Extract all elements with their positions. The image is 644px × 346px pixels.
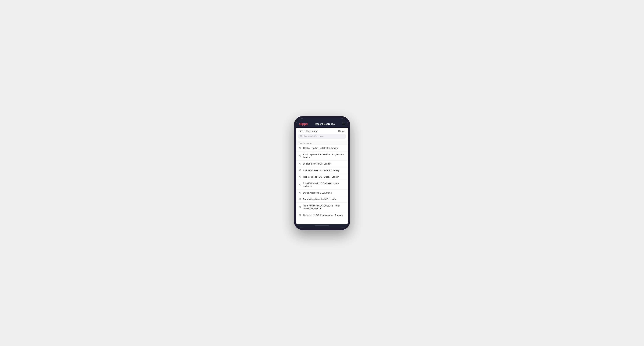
svg-point-8 <box>300 192 300 192</box>
cancel-button[interactable]: Cancel <box>338 130 345 132</box>
svg-point-11 <box>300 214 300 215</box>
course-name: Richmond Park GC - Duke's, London <box>303 175 339 178</box>
phone-screen: clippd Recent Searches Find a Golf Cours… <box>296 118 348 228</box>
course-name: Coombe Hill GC, Kingston upon Thames <box>303 214 343 217</box>
svg-point-9 <box>300 199 300 199</box>
course-list-item[interactable]: Richmond Park GC - Duke's, London <box>296 174 348 180</box>
course-list-item[interactable]: Royal Wimbledon GC, Great London Authori… <box>296 180 348 190</box>
home-indicator <box>296 224 348 228</box>
location-pin-icon <box>299 176 301 178</box>
course-name: Richmond Park GC - Prince's, Surrey <box>303 169 339 172</box>
course-list-item[interactable]: North Middlesex GC (1011942 - North Midd… <box>296 203 348 212</box>
location-pin-icon <box>299 163 301 165</box>
course-list-item[interactable]: Brent Valley Municipal GC, London <box>296 196 348 203</box>
svg-point-10 <box>300 207 300 207</box>
svg-point-7 <box>300 184 300 185</box>
navbar: clippd Recent Searches <box>296 121 348 128</box>
course-list: Central London Golf Centre, LondonRoeham… <box>296 145 348 224</box>
location-pin-icon <box>299 169 301 172</box>
svg-point-6 <box>300 176 300 177</box>
phone-frame: clippd Recent Searches Find a Golf Cours… <box>294 116 350 230</box>
course-name: Dukes Meadows GC, London <box>303 191 332 194</box>
location-pin-icon <box>299 147 301 149</box>
search-icon <box>300 135 302 137</box>
course-list-item[interactable]: Dukes Meadows GC, London <box>296 190 348 196</box>
course-name: North Middlesex GC (1011942 - North Midd… <box>303 204 345 210</box>
course-name: Royal Wimbledon GC, Great London Authori… <box>303 182 345 188</box>
app-logo: clippd <box>299 122 308 126</box>
status-bar <box>296 118 348 121</box>
search-container <box>296 134 348 141</box>
navbar-title: Recent Searches <box>315 123 335 125</box>
course-name: Brent Valley Municipal GC, London <box>303 198 337 201</box>
nearby-label: Nearby courses <box>296 141 348 145</box>
location-pin-icon <box>299 183 301 186</box>
svg-point-5 <box>300 170 300 170</box>
course-name: Roehampton Club - Roehampton, Greater Lo… <box>303 153 345 159</box>
svg-point-0 <box>300 135 302 137</box>
course-list-item[interactable]: Richmond Park GC - Prince's, Surrey <box>296 167 348 174</box>
course-list-item[interactable]: Coombe Hill GC, Kingston upon Thames <box>296 212 348 218</box>
course-name: London Scottish GC, London <box>303 163 331 165</box>
menu-icon[interactable] <box>342 123 345 125</box>
find-title: Find a Golf Course <box>299 130 318 132</box>
svg-line-1 <box>302 137 302 137</box>
course-list-item[interactable]: Central London Golf Centre, London <box>296 145 348 152</box>
svg-point-4 <box>300 163 300 164</box>
search-input[interactable] <box>304 135 344 138</box>
location-pin-icon <box>299 198 301 200</box>
svg-point-2 <box>300 147 300 148</box>
location-pin-icon <box>299 192 301 194</box>
home-bar <box>315 225 329 226</box>
course-list-item[interactable]: Roehampton Club - Roehampton, Greater Lo… <box>296 152 348 161</box>
search-box <box>298 134 346 139</box>
location-pin-icon <box>299 155 301 157</box>
svg-point-3 <box>300 156 300 156</box>
course-name: Central London Golf Centre, London <box>303 147 338 150</box>
main-content: Find a Golf Course Cancel Nearby courses… <box>296 128 348 224</box>
course-list-item[interactable]: London Scottish GC, London <box>296 161 348 167</box>
find-header: Find a Golf Course Cancel <box>296 128 348 134</box>
location-pin-icon <box>299 206 301 208</box>
location-pin-icon <box>299 214 301 216</box>
